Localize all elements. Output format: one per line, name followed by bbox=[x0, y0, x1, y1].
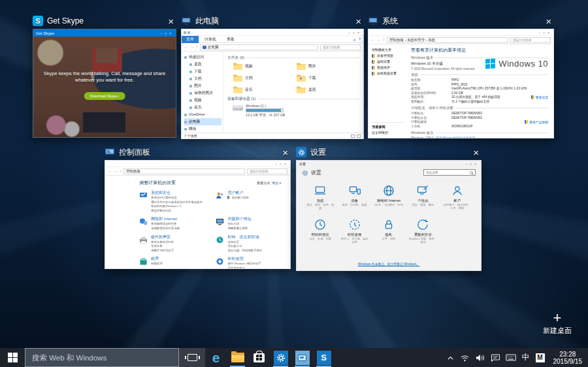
close-button-settings[interactable]: × bbox=[470, 148, 482, 157]
download-skype-button: Download Skype › bbox=[84, 92, 125, 100]
uac-shield-icon bbox=[372, 60, 375, 64]
tile-time-language: 时间和语言 语音、区域、日期 bbox=[304, 218, 336, 244]
taskbar-edge-button[interactable]: e bbox=[205, 348, 227, 367]
edge-icon: e bbox=[212, 351, 220, 364]
search-placeholder-text: 搜索控制面板 bbox=[250, 169, 269, 173]
search-placeholder-text: 搜索控制面板 bbox=[513, 38, 532, 42]
search-input[interactable] bbox=[25, 349, 178, 366]
start-button[interactable] bbox=[0, 348, 25, 367]
settings-header-text: 设置 bbox=[311, 169, 321, 176]
tab-view: 查看 bbox=[222, 36, 239, 43]
settings-window-thumbnail[interactable]: 设置 – □ × 设置 查找设置 系统 显示、通知、应用、电源 bbox=[296, 160, 482, 271]
new-desktop-button[interactable]: + 新建桌面 bbox=[536, 311, 579, 336]
close-button-thispc[interactable]: × bbox=[353, 16, 364, 26]
sidebar-quick-access: 快速访问 bbox=[184, 54, 223, 61]
wifi-icon[interactable] bbox=[460, 354, 470, 362]
drive-capacity-text: 13.2 GB 可用，共 207 GB bbox=[246, 113, 285, 118]
maximize-icon: □ bbox=[165, 32, 167, 35]
skype-window-thumbnail[interactable]: Get Skype – □ × Skype keeps the world ta… bbox=[33, 29, 176, 138]
uac-shield-icon bbox=[525, 120, 528, 124]
new-desktop-label: 新建桌面 bbox=[536, 326, 579, 336]
task-view-screen: S Get Skype × Get Skype – □ × Skype keep… bbox=[0, 0, 588, 367]
quick-access-toolbar-icons bbox=[184, 31, 190, 34]
taskbar-clock[interactable]: 23:28 2015/9/15 bbox=[551, 351, 585, 365]
computer-row: 工作组:WORKGROUP bbox=[411, 125, 549, 129]
windows-logo-icon bbox=[8, 353, 18, 362]
up-icon: ↑ bbox=[120, 169, 122, 173]
action-center-icon[interactable] bbox=[491, 354, 500, 362]
category-link: 备份和还原(Windows 7) bbox=[151, 204, 203, 208]
taskbar-search[interactable] bbox=[25, 348, 179, 367]
ease-of-access-icon bbox=[348, 218, 361, 231]
update-security-icon bbox=[416, 218, 429, 231]
window-title: 控制面板 bbox=[119, 147, 150, 158]
tab-computer: 计算机 bbox=[200, 36, 221, 43]
taskbar-control-panel-button[interactable] bbox=[291, 348, 313, 367]
tile-ease-of-access: 轻松使用 讲述人、放大镜、高对比度 bbox=[338, 218, 370, 244]
task-view-button[interactable] bbox=[179, 348, 205, 367]
category-grid: 系统和安全 查看你的计算机状态 通过文件历史记录保存你的文件备份副本 备份和还原… bbox=[139, 191, 281, 268]
window-label-settings: 设置 × bbox=[296, 146, 482, 159]
uac-shield-icon bbox=[372, 54, 375, 58]
window-title: 设置 bbox=[310, 147, 326, 158]
taskview-window-skype: S Get Skype × Get Skype – □ × Skype keep… bbox=[33, 14, 176, 138]
close-icon: × bbox=[547, 31, 549, 35]
network-icon bbox=[382, 184, 395, 197]
minimize-icon: – bbox=[275, 163, 277, 166]
skype-tagline: Skype keeps the world talking. Call, mes… bbox=[41, 71, 169, 84]
sidebar-device-manager: 设备管理器 bbox=[372, 53, 405, 59]
item-count: 7 个项目 bbox=[184, 134, 197, 138]
category-link: 查看你的计算机状态 bbox=[151, 196, 203, 200]
close-button-skype[interactable]: × bbox=[165, 16, 176, 26]
back-icon: ← bbox=[371, 38, 375, 42]
minimize-icon: – bbox=[538, 31, 540, 35]
tile-network: 网络和 Internet Wi-Fi、飞行模式、VPN bbox=[373, 184, 404, 210]
taskbar-skype-button[interactable]: S bbox=[313, 348, 335, 367]
skype-app-icon: S bbox=[33, 16, 43, 26]
touch-keyboard-icon[interactable] bbox=[506, 354, 516, 361]
tile-privacy: 隐私 位置、相机 bbox=[373, 218, 404, 244]
security-maintenance-link: 安全和维护 bbox=[372, 131, 388, 135]
search-placeholder-text: 搜索"此电脑" bbox=[323, 45, 340, 49]
magnifier-icon bbox=[470, 171, 473, 174]
uac-shield-icon bbox=[372, 66, 375, 70]
window-controls: – □ × bbox=[275, 161, 288, 166]
system-icon bbox=[314, 184, 327, 197]
maximize-icon: □ bbox=[280, 163, 282, 166]
window-title: 系统 bbox=[382, 16, 398, 27]
volume-icon[interactable] bbox=[476, 354, 485, 362]
clock-language-icon bbox=[216, 236, 224, 244]
taskbar-settings-button[interactable] bbox=[270, 348, 291, 367]
uac-shield-icon bbox=[531, 95, 534, 99]
controlpanel-window-thumbnail[interactable]: – □ × ← → ↑ 控制面板 搜索控制面板 调整计算机的设置 查看方式: 类… bbox=[105, 160, 291, 269]
gear-icon bbox=[302, 170, 308, 176]
taskbar-file-explorer-button[interactable] bbox=[227, 348, 248, 367]
window-label-system: 系统 × bbox=[368, 14, 554, 27]
taskview-window-controlpanel: 控制面板 × – □ × ← → ↑ 控制面板 搜索控制面板 调整计算机的设置 bbox=[105, 146, 291, 269]
category-link: 更改输入法 bbox=[227, 244, 262, 248]
tab-file: 文件 bbox=[182, 36, 199, 43]
time: 23:28 bbox=[553, 351, 583, 358]
taskview-window-system: 系统 × – □ × ← → ↑ 控制面板 › 系统和安全 › 系统 搜索控制面… bbox=[368, 14, 554, 138]
controlpanel-content: 调整计算机的设置 查看方式: 类别 ▾ 系统和安全 查看你的计算机状态 通过文件… bbox=[105, 176, 290, 268]
programs-icon bbox=[139, 257, 148, 266]
thispc-window-thumbnail[interactable]: – □ × 文件 计算机 查看 ∧ ? ← → ↑ 此 bbox=[181, 29, 364, 139]
tile-personalization: 个性化 背景、锁屏、颜色 bbox=[407, 184, 438, 210]
ime-language-indicator[interactable]: 中 bbox=[522, 352, 530, 363]
change-product-key-link: 更改产品密钥 bbox=[525, 120, 548, 124]
task-view-icon bbox=[188, 354, 197, 361]
folder-music: 音乐 bbox=[233, 86, 296, 93]
close-button-controlpanel[interactable]: × bbox=[280, 148, 291, 157]
show-hidden-icons-chevron[interactable] bbox=[447, 355, 454, 360]
close-button-system[interactable]: × bbox=[543, 16, 554, 26]
breadcrumb-text: 控制面板 › 系统和安全 › 系统 bbox=[389, 38, 435, 42]
up-icon: ↑ bbox=[383, 38, 385, 42]
system-window-thumbnail[interactable]: – □ × ← → ↑ 控制面板 › 系统和安全 › 系统 搜索控制面板 控制面… bbox=[368, 29, 554, 138]
ime-mode-badge[interactable]: M bbox=[536, 353, 545, 362]
address-text: 控制面板 bbox=[126, 169, 140, 174]
folder-downloads: 下载 bbox=[296, 74, 359, 82]
taskbar-store-button[interactable] bbox=[248, 348, 270, 367]
help-icon: ? bbox=[359, 37, 361, 42]
settings-icon bbox=[274, 351, 288, 365]
maximize-icon: □ bbox=[543, 31, 545, 35]
